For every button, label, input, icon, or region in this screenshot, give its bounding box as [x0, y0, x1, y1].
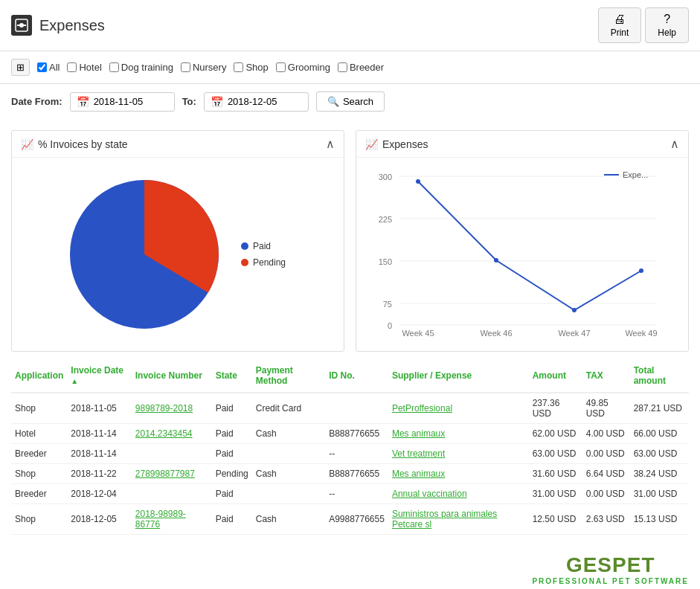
supplier-link[interactable]: Mes animaux	[392, 469, 445, 479]
line-chart-body: 300 225 150 75 0 Week	[356, 158, 688, 351]
header: Expenses 🖨 Print ? Help	[0, 0, 700, 51]
svg-point-17	[572, 308, 577, 312]
filter-dog-training-checkbox[interactable]	[109, 62, 119, 72]
filter-all-checkbox[interactable]	[37, 62, 47, 72]
pending-dot	[241, 259, 248, 266]
cell-inv-num: 2014.2343454	[132, 424, 212, 444]
cell-inv-num: 278998877987	[132, 464, 212, 484]
cell-supplier: Vet treatment	[388, 444, 529, 464]
footer: GESPET PROFESSIONAL PET SOFTWARE	[0, 546, 700, 589]
cell-supplier: Mes animaux	[388, 464, 529, 484]
svg-point-16	[494, 258, 498, 263]
help-button[interactable]: ? Help	[645, 7, 689, 43]
col-tax[interactable]: TAX	[582, 359, 630, 393]
table-row: Shop 2018-12-05 2018-98989-86776 Paid Ca…	[11, 504, 689, 535]
cell-id-no: --	[325, 444, 388, 464]
svg-text:0: 0	[388, 321, 392, 330]
print-label: Print	[611, 28, 629, 38]
line-chart-title: 📈 Expenses	[365, 138, 428, 150]
col-application[interactable]: Application	[11, 359, 67, 393]
invoice-number-link[interactable]: 2018-98989-86776	[135, 509, 186, 530]
svg-text:225: 225	[379, 215, 392, 224]
svg-point-18	[639, 268, 643, 273]
supplier-link[interactable]: Mes animaux	[392, 428, 445, 439]
cell-app: Breeder	[11, 484, 67, 504]
date-from-input[interactable]	[94, 96, 168, 107]
grid-icon: ⊞	[16, 62, 25, 73]
line-chart-card: 📈 Expenses ∧ 300 225 150 75 0	[356, 130, 689, 352]
svg-point-1	[19, 23, 24, 28]
cell-id-no: A9988776655	[325, 504, 388, 535]
help-icon: ?	[664, 13, 670, 26]
filter-nursery-checkbox[interactable]	[181, 62, 190, 72]
col-invoice-date[interactable]: Invoice Date	[67, 359, 131, 393]
svg-rect-2	[17, 25, 19, 26]
cell-amount: 63.00 USD	[529, 444, 582, 464]
legend-pending: Pending	[241, 257, 286, 268]
brand-sub1: PROFESSIONAL	[532, 577, 609, 585]
header-left: Expenses	[11, 15, 105, 36]
svg-text:75: 75	[383, 300, 392, 309]
cell-id-no: B888776655	[325, 464, 388, 484]
pie-legend: Paid Pending	[241, 241, 286, 268]
col-id-no[interactable]: ID No.	[325, 359, 388, 393]
filter-hotel-checkbox[interactable]	[67, 62, 77, 72]
cell-state: Paid	[212, 504, 252, 535]
cell-amount: 62.00 USD	[529, 424, 582, 444]
cell-tax: 49.85 USD	[582, 393, 630, 424]
cell-date: 2018-11-14	[67, 424, 131, 444]
cell-inv-num: 2018-98989-86776	[132, 504, 212, 535]
filter-grooming-checkbox[interactable]	[276, 62, 286, 72]
col-invoice-number[interactable]: Invoice Number	[132, 359, 212, 393]
col-payment-method[interactable]: Payment Method	[252, 359, 325, 393]
print-icon: 🖨	[614, 13, 626, 26]
expenses-table: Application Invoice Date Invoice Number …	[11, 359, 689, 535]
svg-text:Week 47: Week 47	[558, 329, 590, 338]
brand-sub2: PET SOFTWARE	[612, 577, 689, 585]
filter-shop[interactable]: Shop	[234, 62, 268, 73]
col-supplier[interactable]: Supplier / Expense	[388, 359, 529, 393]
cell-state: Paid	[212, 393, 252, 424]
search-button[interactable]: 🔍 Search	[316, 91, 385, 112]
page-title: Expenses	[39, 17, 105, 34]
col-amount[interactable]: Amount	[529, 359, 582, 393]
filter-breeder[interactable]: Breeder	[338, 62, 384, 73]
search-label: Search	[343, 96, 373, 107]
col-total[interactable]: Total amount	[630, 359, 689, 393]
line-chart-collapse[interactable]: ∧	[670, 137, 679, 151]
filter-nursery[interactable]: Nursery	[181, 62, 227, 73]
cell-supplier: Annual vaccination	[388, 484, 529, 504]
supplier-link[interactable]: PetProffesional	[392, 403, 452, 413]
cell-state: Paid	[212, 444, 252, 464]
table-row: Shop 2018-11-05 9898789-2018 Paid Credit…	[11, 393, 689, 424]
supplier-link[interactable]: Vet treatment	[392, 448, 445, 459]
cell-app: Shop	[11, 504, 67, 535]
invoice-number-link[interactable]: 2014.2343454	[135, 428, 193, 439]
filter-shop-checkbox[interactable]	[234, 62, 243, 72]
table-header-row: Application Invoice Date Invoice Number …	[11, 359, 689, 393]
cell-payment: Cash	[252, 504, 325, 535]
col-state[interactable]: State	[212, 359, 252, 393]
app-icon	[11, 15, 32, 36]
filter-hotel[interactable]: Hotel	[67, 62, 101, 73]
cell-date: 2018-12-05	[67, 504, 131, 535]
filter-breeder-checkbox[interactable]	[338, 62, 347, 72]
date-to-input[interactable]	[228, 96, 302, 107]
date-bar: Date From: 📅 To: 📅 🔍 Search	[0, 84, 700, 123]
print-button[interactable]: 🖨 Print	[598, 7, 642, 43]
cell-tax: 6.64 USD	[582, 464, 630, 484]
filter-all[interactable]: All	[37, 62, 60, 73]
invoice-number-link[interactable]: 278998877987	[135, 469, 195, 479]
cell-payment: Credit Card	[252, 393, 325, 424]
cell-tax: 2.63 USD	[582, 504, 630, 535]
filter-grooming[interactable]: Grooming	[276, 62, 330, 73]
filter-dog-training[interactable]: Dog training	[109, 62, 173, 73]
table-row: Breeder 2018-12-04 Paid -- Annual vaccin…	[11, 484, 689, 504]
supplier-link[interactable]: Suministros para animales Petcare sl	[392, 509, 497, 530]
invoice-number-link[interactable]: 9898789-2018	[135, 403, 193, 413]
cell-total: 63.00 USD	[630, 444, 689, 464]
cell-date: 2018-11-14	[67, 444, 131, 464]
grid-view-button[interactable]: ⊞	[11, 59, 30, 76]
supplier-link[interactable]: Annual vaccination	[392, 489, 467, 499]
pie-chart-collapse[interactable]: ∧	[326, 137, 335, 151]
